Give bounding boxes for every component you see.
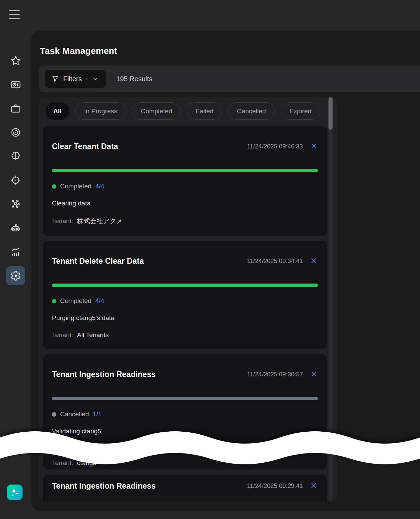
page-title: Task Management (40, 46, 117, 56)
close-icon[interactable] (310, 143, 318, 151)
filters-button[interactable]: Filters (45, 70, 106, 88)
task-step: Clearing data (52, 200, 318, 207)
task-step: Purging ctang5's data (52, 314, 318, 322)
analytics-chart-icon (10, 246, 21, 257)
scrollbar-thumb[interactable] (328, 97, 333, 130)
tenant-row: Tenant: ctang3 (52, 459, 318, 467)
task-title: Tenant Delete Clear Data (52, 257, 144, 266)
filters-label: Filters (63, 75, 82, 83)
report-card-icon (10, 79, 21, 90)
disc-icon (10, 127, 21, 138)
task-timestamp: 11/24/2025 09:30:57 (247, 371, 303, 378)
funnel-icon (52, 75, 59, 83)
tenant-value: 株式会社アクメ (77, 217, 123, 225)
sidebar-item-network[interactable] (6, 194, 25, 214)
task-timestamp: 11/24/2025 09:46:33 (247, 143, 303, 150)
sidebar-item-reports[interactable] (6, 75, 25, 94)
briefcase-icon (10, 103, 21, 114)
separator-dot (86, 78, 87, 80)
chevron-down-icon (92, 75, 99, 83)
sidebar-item-target[interactable] (6, 171, 25, 190)
brain-icon (10, 151, 21, 162)
task-card-partial: Tenant Ingestion Readiness 11/24/2025 09… (43, 475, 327, 502)
task-step: Validating ctang5 (52, 428, 318, 435)
sidebar-nav (6, 51, 25, 290)
tab-expired[interactable]: Expired (281, 102, 320, 120)
sidebar-item-bot[interactable] (6, 218, 25, 237)
task-title: Tenant Ingestion Readiness (52, 481, 156, 491)
sidebar-item-tracker[interactable] (6, 123, 25, 142)
tenant-label: Tenant: (52, 459, 73, 466)
tenant-value: All Tenants (77, 331, 109, 338)
tenant-label: Tenant: (52, 331, 73, 338)
status-count: 1/1 (93, 410, 102, 418)
status-dot (52, 299, 56, 303)
tab-cancelled[interactable]: Cancelled (228, 102, 275, 120)
tenant-value: ctang3 (77, 459, 97, 466)
task-card: Tenant Delete Clear Data 11/24/2025 09:3… (43, 241, 327, 349)
tenant-label: Tenant: (52, 217, 73, 225)
status-label: Cancelled (60, 410, 89, 418)
task-title: Clear Tenant Data (52, 142, 118, 151)
menu-icon[interactable] (9, 10, 20, 19)
task-title: Tenant Ingestion Readiness (52, 370, 156, 379)
status-count: 4/4 (95, 297, 104, 305)
app-window: { "window": { "title": "Task Management"… (0, 0, 420, 519)
filter-bar: Filters 195 Results (39, 66, 420, 92)
task-card: Tenant Ingestion Readiness 11/24/2025 09… (43, 354, 327, 445)
status-filter-chips: All In Progress Completed Failed Cancell… (39, 97, 337, 120)
sidebar-item-settings[interactable] (6, 266, 25, 285)
tenant-row: Tenant: All Tenants (52, 331, 318, 339)
sidebar-item-analytics[interactable] (6, 242, 25, 261)
scrollbar-track[interactable] (328, 126, 333, 502)
task-card-list: Clear Tenant Data 11/24/2025 09:46:33 Co… (43, 126, 327, 502)
progress-bar (52, 169, 318, 172)
robot-icon (10, 222, 21, 233)
close-icon[interactable] (310, 371, 318, 379)
sidebar-item-projects[interactable] (6, 99, 25, 118)
progress-bar (52, 284, 318, 287)
close-icon[interactable] (310, 482, 318, 490)
star-icon (10, 55, 21, 66)
main-panel: Task Management Filters 195 Results All … (31, 31, 420, 511)
network-nodes-icon (10, 199, 21, 210)
tab-in-progress[interactable]: In Progress (75, 102, 126, 120)
tab-completed[interactable]: Completed (132, 102, 181, 120)
close-icon[interactable] (310, 257, 318, 265)
tab-all[interactable]: All (45, 102, 69, 120)
gear-icon (10, 270, 21, 281)
sidebar-item-favorites[interactable] (6, 51, 25, 70)
status-label: Completed (60, 297, 92, 305)
task-timestamp: 11/24/2025 09:29:41 (247, 482, 303, 490)
sidebar-item-ai[interactable] (6, 147, 25, 166)
task-card-fragment: Tenant: ctang3 (43, 450, 327, 470)
task-list-panel: All In Progress Completed Failed Cancell… (39, 97, 337, 502)
sidebar (0, 0, 31, 519)
status-count: 4/4 (95, 183, 104, 190)
results-count: 195 Results (116, 75, 152, 83)
task-timestamp: 11/24/2025 09:34:41 (247, 258, 303, 265)
status-dot (52, 412, 56, 417)
crosshair-icon (10, 175, 21, 186)
tab-failed[interactable]: Failed (187, 102, 222, 120)
status-dot (52, 184, 56, 189)
ai-assistant-button[interactable] (7, 485, 23, 500)
sparkles-icon (10, 487, 20, 498)
progress-bar (52, 397, 318, 400)
tenant-row: Tenant: 株式会社アクメ (52, 217, 318, 226)
task-card: Clear Tenant Data 11/24/2025 09:46:33 Co… (43, 126, 327, 236)
status-label: Completed (60, 183, 92, 190)
